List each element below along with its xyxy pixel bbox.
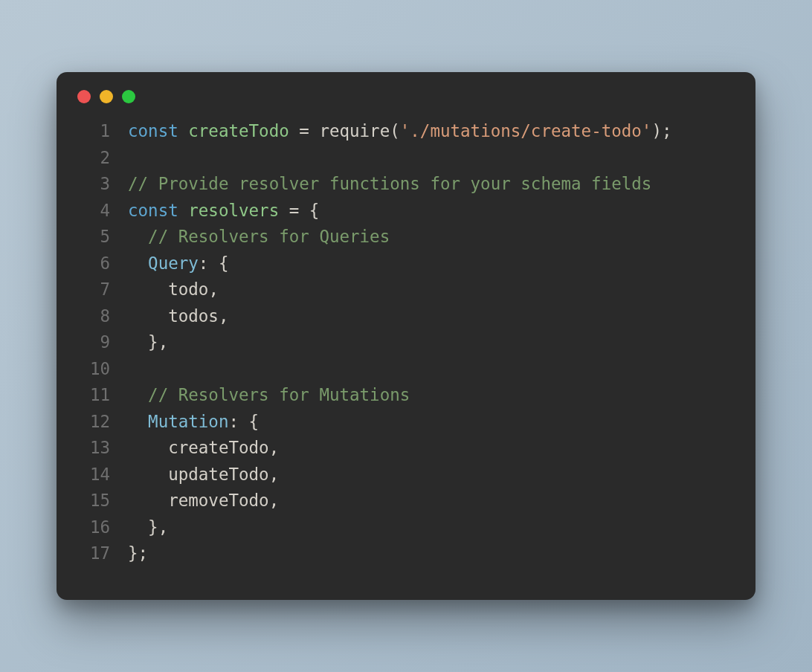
code-line: 11 // Resolvers for Mutations: [77, 385, 735, 412]
code-token: [128, 227, 148, 246]
line-number: 7: [77, 280, 110, 299]
code-line: 7 todo,: [77, 280, 735, 306]
code-content: // Provide resolver functions for your s…: [128, 174, 651, 193]
code-token: removeTodo: [128, 491, 269, 510]
code-token: require: [319, 121, 390, 140]
line-number: 5: [77, 227, 110, 246]
code-line: 5 // Resolvers for Queries: [77, 227, 735, 253]
code-content: updateTodo,: [128, 465, 279, 484]
code-token: [128, 332, 148, 352]
code-token: [128, 412, 148, 431]
minimize-icon[interactable]: [100, 90, 113, 103]
line-number: 4: [77, 201, 110, 220]
code-token: // Resolvers for Queries: [148, 227, 390, 246]
code-window: 1const createTodo = require('./mutations…: [57, 72, 755, 600]
code-token: {: [309, 201, 320, 220]
code-token: : {: [199, 253, 229, 273]
code-content: },: [128, 332, 168, 352]
code-token: const: [128, 121, 178, 140]
code-token: Mutation: [148, 412, 228, 431]
line-number: 12: [77, 412, 110, 431]
code-line: 14 updateTodo,: [77, 465, 735, 491]
line-number: 14: [77, 465, 110, 484]
code-token: );: [651, 121, 671, 140]
code-content: const resolvers = {: [128, 201, 319, 220]
code-token: updateTodo: [128, 465, 269, 484]
maximize-icon[interactable]: [122, 90, 135, 103]
code-token: Query: [148, 253, 199, 273]
code-content: createTodo,: [128, 438, 279, 457]
code-token: todo: [128, 280, 208, 299]
code-content: todo,: [128, 280, 219, 299]
line-number: 8: [77, 306, 110, 326]
code-token: ,: [208, 280, 219, 299]
line-number: 10: [77, 359, 110, 378]
code-token: [178, 201, 189, 220]
code-line: 15 removeTodo,: [77, 491, 735, 517]
code-token: (: [390, 121, 400, 140]
code-token: todos: [128, 306, 219, 326]
titlebar: [57, 72, 755, 117]
line-number: 13: [77, 438, 110, 457]
close-icon[interactable]: [77, 90, 91, 103]
code-token: createTodo: [128, 438, 269, 457]
code-token: ,: [269, 491, 280, 510]
code-line: 2: [77, 148, 735, 175]
code-token: },: [148, 332, 168, 352]
code-line: 16 },: [77, 517, 735, 544]
code-line: 3// Provide resolver functions for your …: [77, 174, 735, 201]
code-line: 12 Mutation: {: [77, 412, 735, 439]
code-line: 4const resolvers = {: [77, 201, 735, 227]
code-line: 17};: [77, 543, 735, 570]
code-token: const: [128, 201, 178, 220]
code-editor[interactable]: 1const createTodo = require('./mutations…: [57, 117, 755, 570]
code-token: [128, 253, 148, 273]
code-token: createTodo: [188, 121, 289, 140]
code-content: removeTodo,: [128, 491, 279, 510]
code-token: // Provide resolver functions for your s…: [128, 174, 651, 193]
code-token: './mutations/create-todo': [400, 121, 652, 140]
code-token: ,: [269, 465, 280, 484]
code-token: },: [148, 517, 168, 537]
code-content: todos,: [128, 306, 228, 326]
code-content: Query: {: [128, 253, 228, 273]
code-content: // Resolvers for Mutations: [128, 385, 410, 404]
line-number: 9: [77, 332, 110, 352]
code-token: [128, 385, 148, 404]
code-token: [279, 201, 289, 220]
code-line: 1const createTodo = require('./mutations…: [77, 121, 735, 148]
line-number: 3: [77, 174, 110, 193]
code-line: 13 createTodo,: [77, 438, 735, 465]
code-line: 10: [77, 359, 735, 386]
code-token: =: [289, 201, 300, 220]
code-token: =: [299, 121, 309, 140]
code-content: Mutation: {: [128, 412, 259, 431]
code-content: },: [128, 517, 168, 537]
code-token: [299, 201, 309, 220]
code-token: [128, 517, 148, 537]
code-token: };: [128, 543, 148, 563]
code-content: };: [128, 543, 148, 563]
line-number: 2: [77, 148, 110, 167]
code-token: ,: [219, 306, 229, 326]
line-number: 6: [77, 253, 110, 273]
code-line: 8 todos,: [77, 306, 735, 333]
line-number: 1: [77, 121, 110, 140]
code-token: ,: [269, 438, 280, 457]
line-number: 16: [77, 517, 110, 537]
code-line: 6 Query: {: [77, 253, 735, 280]
code-content: const createTodo = require('./mutations/…: [128, 121, 672, 140]
code-token: resolvers: [188, 201, 279, 220]
line-number: 11: [77, 385, 110, 404]
code-token: [309, 121, 320, 140]
code-line: 9 },: [77, 332, 735, 359]
line-number: 15: [77, 491, 110, 510]
code-token: [289, 121, 300, 140]
code-token: : {: [228, 412, 259, 431]
code-token: // Resolvers for Mutations: [148, 385, 410, 404]
code-token: [178, 121, 189, 140]
line-number: 17: [77, 543, 110, 563]
code-content: // Resolvers for Queries: [128, 227, 390, 246]
